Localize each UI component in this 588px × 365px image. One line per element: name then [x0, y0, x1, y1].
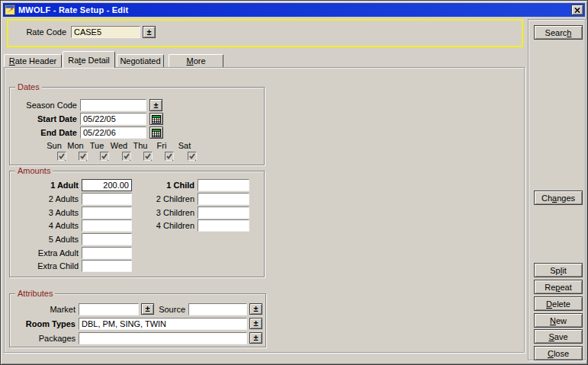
repeat-button[interactable]: Repeat [534, 280, 583, 294]
children-3-input[interactable] [198, 207, 249, 219]
rate-code-label: Rate Code [16, 27, 66, 37]
amounts-group: Amounts 1 Adult 2 Adults 3 Adults 4 Adul… [9, 171, 265, 277]
day-label: Sun [43, 141, 65, 151]
save-button[interactable]: Save [534, 329, 583, 344]
rate-code-input[interactable] [71, 26, 140, 38]
start-date-label: Start Date [10, 114, 77, 123]
child-1-label: 1 Child [124, 181, 194, 190]
button-label: Repeat [545, 283, 571, 292]
calendar-icon [152, 129, 161, 137]
day-mon: Mon [65, 141, 86, 161]
check-icon [165, 152, 173, 160]
rate-detail-panel: Dates Season Code ± Start Date End Date [4, 67, 525, 353]
button-label: Close [548, 349, 569, 358]
day-label: Tue [86, 141, 108, 151]
day-label: Thu [130, 141, 151, 151]
room-types-label: Room Types [10, 319, 76, 328]
day-label: Wed [108, 141, 130, 151]
title-bar[interactable]: MWOLF - Rate Setup - Edit [3, 3, 585, 17]
extra-child-input[interactable] [82, 260, 132, 272]
packages-lov-button[interactable]: ± [249, 332, 262, 344]
button-label: Changes [541, 194, 575, 203]
split-button[interactable]: Split [534, 263, 583, 277]
end-date-input[interactable] [80, 126, 146, 139]
extra-adult-input[interactable] [82, 247, 132, 259]
dates-group-label: Dates [15, 82, 42, 91]
delete-button[interactable]: Delete [534, 296, 583, 311]
adult-1-label: 1 Adult [10, 181, 79, 190]
window-title: MWOLF - Rate Setup - Edit [18, 5, 128, 14]
day-wed: Wed [108, 141, 130, 161]
day-tue: Tue [86, 141, 108, 161]
app-icon [5, 5, 15, 15]
changes-button[interactable]: Changes [534, 191, 583, 205]
start-date-calendar-button[interactable] [149, 113, 163, 125]
children-4-input[interactable] [198, 219, 249, 232]
action-button-panel: Search Changes Split Repeat Delete New S… [528, 19, 586, 360]
market-input[interactable] [79, 303, 139, 315]
adult-5-label: 5 Adults [10, 235, 79, 244]
day-thu: Thu [130, 141, 151, 161]
adult-4-label: 4 Adults [10, 221, 79, 230]
button-label: Save [548, 332, 567, 341]
button-label: Split [550, 266, 566, 275]
button-label: Search [545, 28, 572, 37]
market-label: Market [10, 305, 76, 314]
children-3-label: 3 Children [124, 208, 194, 217]
end-date-calendar-button[interactable] [149, 126, 163, 139]
extra-adult-label: Extra Adult [10, 248, 79, 258]
close-window-button[interactable] [571, 5, 583, 15]
tab-rate-detail[interactable]: Rate Detail [63, 51, 115, 68]
button-label: Delete [546, 299, 570, 309]
close-button[interactable]: Close [534, 346, 583, 360]
adult-3-label: 3 Adults [10, 208, 79, 217]
amounts-group-label: Amounts [15, 166, 53, 175]
children-2-label: 2 Children [124, 194, 194, 203]
start-date-input[interactable] [80, 113, 146, 125]
close-icon [574, 8, 580, 13]
end-date-label: End Date [10, 128, 77, 137]
rate-code-lov-button[interactable]: ± [143, 26, 156, 38]
check-icon [101, 152, 108, 160]
tab-rate-header[interactable]: Rate Header [4, 54, 62, 68]
packages-input[interactable] [79, 332, 247, 344]
lov-icon: ± [253, 333, 258, 342]
calendar-icon [152, 115, 161, 123]
packages-label: Packages [10, 334, 76, 343]
tab-more[interactable]: More [169, 54, 223, 68]
attributes-group-label: Attributes [15, 289, 55, 298]
season-code-lov-button[interactable]: ± [149, 99, 162, 111]
new-button[interactable]: New [534, 313, 583, 328]
day-sun: Sun [43, 141, 65, 161]
lov-icon: ± [146, 27, 151, 37]
dates-group: Dates Season Code ± Start Date End Date [9, 87, 265, 165]
source-input[interactable] [188, 303, 247, 315]
search-button[interactable]: Search [534, 25, 583, 40]
day-sat: Sat [174, 141, 195, 161]
day-label: Mon [65, 141, 86, 151]
tab-label: Negotiated [120, 56, 160, 66]
day-fri-checkbox[interactable] [165, 152, 174, 161]
day-label: Fri [151, 141, 172, 151]
day-label: Sat [174, 141, 195, 151]
room-types-input[interactable] [79, 318, 247, 330]
source-lov-button[interactable]: ± [249, 303, 262, 315]
lov-icon: ± [253, 319, 258, 328]
lov-icon: ± [253, 304, 258, 313]
extra-child-label: Extra Child [10, 261, 79, 271]
button-label: New [550, 316, 567, 325]
season-code-input[interactable] [80, 99, 146, 111]
check-icon [188, 152, 196, 160]
lov-icon: ± [153, 101, 158, 110]
tab-negotiated[interactable]: Negotiated [117, 54, 164, 68]
room-types-lov-button[interactable]: ± [249, 318, 262, 329]
day-fri: Fri [151, 141, 172, 161]
day-sat-checkbox[interactable] [188, 152, 197, 161]
source-label: Source [132, 305, 185, 314]
children-4-label: 4 Children [124, 221, 194, 230]
children-2-input[interactable] [198, 193, 249, 205]
adult-5-input[interactable] [82, 233, 132, 245]
child-1-input[interactable] [198, 179, 249, 191]
season-code-label: Season Code [10, 101, 77, 110]
attributes-group: Attributes Market ± Source ± Room Types … [9, 293, 266, 347]
